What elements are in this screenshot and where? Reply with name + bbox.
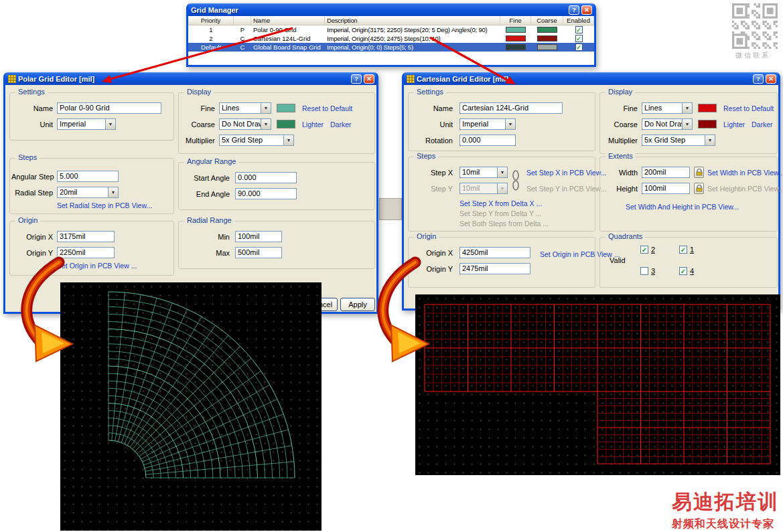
coarse-color-swatch <box>537 35 557 41</box>
coarse-label: Coarse <box>603 120 638 128</box>
cell-fine-color <box>500 43 531 52</box>
set-width-and-height-link[interactable]: Set Width And Height in PCB View... <box>626 203 739 211</box>
lock-icon[interactable] <box>694 167 704 178</box>
apply-button[interactable]: Apply <box>340 298 375 311</box>
origin-y-input[interactable]: 2475mil <box>459 263 530 274</box>
table-row[interactable]: 2 C Cartesian 124L-Grid Imperial, Origin… <box>188 34 594 43</box>
coarse-color-swatch[interactable] <box>698 120 717 128</box>
quadrants-group: Quadrants Valid ✓ 2 ✓ 1 3 ✓ 4 <box>599 237 778 288</box>
origin-y-input[interactable]: 2250mil <box>57 247 115 258</box>
multiplier-label: Multiplier <box>600 137 638 145</box>
valid-label: Valid <box>610 256 636 264</box>
help-button[interactable]: ? <box>569 5 579 15</box>
dropdown-arrow-icon[interactable]: ▼ <box>261 119 271 129</box>
extents-group: Extents Width 200mil Set Width in PCB Vi… <box>599 157 778 232</box>
column-header-description[interactable]: Description <box>325 16 500 25</box>
help-button[interactable]: ? <box>351 74 362 84</box>
cell-coarse-color <box>531 43 563 52</box>
end-angle-input[interactable]: 90.000 <box>235 188 297 199</box>
step-x-dropdown[interactable]: 10mil ▼ <box>459 167 508 178</box>
origin-x-input[interactable]: 3175mil <box>57 231 115 242</box>
dropdown-arrow-icon[interactable]: ▼ <box>283 135 293 145</box>
origin-x-input[interactable]: 4250mil <box>459 247 530 258</box>
page-background: Grid Manager ? ✕ Priority Name Descripti… <box>0 0 783 532</box>
quadrant-1-checkbox[interactable]: ✓ <box>679 246 687 254</box>
set-width-link[interactable]: Set Width in PCB View... <box>707 169 783 177</box>
dropdown-arrow-icon[interactable]: ▼ <box>682 119 692 129</box>
window-icon <box>407 75 415 83</box>
dropdown-arrow-icon[interactable]: ▼ <box>261 103 271 113</box>
coarse-draw-dropdown[interactable]: Do Not Draw ▼ <box>219 118 271 130</box>
column-header-name[interactable]: Name <box>251 16 325 25</box>
width-input[interactable]: 200mil <box>642 167 690 178</box>
table-row-selected[interactable]: Default C Global Board Snap Grid Imperia… <box>188 43 594 52</box>
column-header-coarse[interactable]: Coarse <box>531 16 563 25</box>
cartesian-editor-title: Cartesian Grid Editor [mil] <box>417 75 751 83</box>
set-radial-step-link[interactable]: Set Radial Step in PCB View... <box>57 201 152 209</box>
quadrant-3-checkbox[interactable] <box>640 267 648 275</box>
dropdown-arrow-icon[interactable]: ▼ <box>682 103 692 113</box>
cell-coarse-color <box>531 25 563 34</box>
set-step-x-link[interactable]: Set Step X in PCB View... <box>526 169 606 177</box>
help-button[interactable]: ? <box>753 74 764 84</box>
dropdown-arrow-icon[interactable]: ▼ <box>705 135 715 145</box>
quadrant-2-checkbox[interactable]: ✓ <box>640 246 648 254</box>
radial-step-dropdown[interactable]: 20mil ▼ <box>57 187 119 198</box>
chain-link-icon[interactable] <box>512 167 520 197</box>
angular-step-input[interactable]: 5.000 <box>57 171 119 182</box>
display-group: Display Fine Lines ▼ Reset to Default Co… <box>599 92 778 154</box>
dropdown-arrow-icon[interactable]: ▼ <box>108 187 118 197</box>
table-row[interactable]: 1 P Polar 0-90 Grid Imperial, Origin(317… <box>188 25 594 34</box>
unit-dropdown[interactable]: Imperial ▼ <box>459 118 516 130</box>
coarse-draw-dropdown[interactable]: Do Not Draw ▼ <box>642 118 693 130</box>
enabled-checkbox[interactable]: ✓ <box>575 43 583 51</box>
unit-dropdown[interactable]: Imperial ▼ <box>57 118 116 130</box>
set-step-x-from-delta-link[interactable]: Set Step X from Delta X ... <box>459 199 542 207</box>
max-input[interactable]: 500mil <box>235 247 282 258</box>
name-input[interactable]: Polar 0-90 Grid <box>57 102 161 114</box>
close-button[interactable]: ✕ <box>766 74 776 84</box>
dropdown-arrow-icon[interactable]: ▼ <box>505 119 515 129</box>
fine-draw-dropdown[interactable]: Lines ▼ <box>219 102 271 114</box>
close-button[interactable]: ✕ <box>364 74 374 84</box>
polar-editor-titlebar[interactable]: Polar Grid Editor [mil] ? ✕ <box>5 72 376 85</box>
reset-to-default-link[interactable]: Reset to Default <box>723 104 774 112</box>
end-angle-label: End Angle <box>182 190 230 198</box>
multiplier-value: 5x Grid Step <box>220 135 283 145</box>
quadrant-4-checkbox[interactable]: ✓ <box>679 267 687 275</box>
polar-grid-drawing <box>60 282 322 531</box>
enabled-checkbox[interactable]: ✓ <box>575 26 583 33</box>
column-header-priority[interactable]: Priority <box>188 16 234 25</box>
reset-to-default-link[interactable]: Reset to Default <box>302 104 352 112</box>
fine-color-swatch[interactable] <box>698 104 717 112</box>
column-header-enabled[interactable]: Enabled <box>563 16 594 25</box>
cartesian-editor-titlebar[interactable]: Cartesian Grid Editor [mil] ? ✕ <box>404 72 778 85</box>
close-button[interactable]: ✕ <box>581 5 592 15</box>
lighter-link[interactable]: Lighter <box>302 120 324 128</box>
lighter-link[interactable]: Lighter <box>723 120 745 128</box>
table-header-row: Priority Name Description Fine Coarse En… <box>188 16 594 25</box>
multiplier-dropdown[interactable]: 5x Grid Step ▼ <box>219 135 294 146</box>
multiplier-dropdown[interactable]: 5x Grid Step ▼ <box>642 135 715 146</box>
fine-color-swatch[interactable] <box>277 104 295 112</box>
coarse-color-swatch[interactable] <box>277 120 295 128</box>
column-header-fine[interactable]: Fine <box>500 16 531 25</box>
name-input[interactable]: Cartesian 124L-Grid <box>459 102 563 114</box>
dropdown-arrow-icon[interactable]: ▼ <box>497 167 507 177</box>
set-origin-link[interactable]: Set Origin in PCB View ... <box>57 262 137 270</box>
column-header-type[interactable] <box>234 16 251 25</box>
height-input[interactable]: 100mil <box>642 183 690 194</box>
darker-link[interactable]: Darker <box>752 120 773 128</box>
window-icon <box>8 75 16 83</box>
grid-manager-titlebar[interactable]: Grid Manager ? ✕ <box>188 3 594 16</box>
lock-icon[interactable] <box>694 183 704 194</box>
start-angle-input[interactable]: 0.000 <box>235 172 297 183</box>
qr-caption: 微信联系 <box>735 51 770 60</box>
rotation-input[interactable]: 0.000 <box>459 135 516 146</box>
enabled-checkbox[interactable]: ✓ <box>575 35 583 42</box>
fine-draw-dropdown[interactable]: Lines ▼ <box>642 102 693 114</box>
dropdown-arrow-icon[interactable]: ▼ <box>105 119 115 129</box>
darker-link[interactable]: Darker <box>330 120 352 128</box>
radial-range-group: Radial Range Min 100mil Max 500mil <box>178 221 375 269</box>
min-input[interactable]: 100mil <box>235 231 282 242</box>
